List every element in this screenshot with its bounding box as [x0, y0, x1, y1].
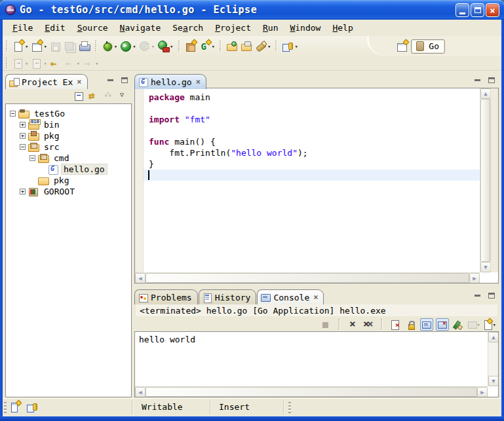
maximize-view-button[interactable] [486, 75, 496, 84]
tree-item-src[interactable]: −src [6, 141, 131, 153]
toolbar-print-button[interactable] [77, 40, 92, 53]
code-line-4[interactable] [144, 125, 480, 136]
link-editor-button[interactable] [87, 90, 100, 102]
menu-window[interactable]: Window [284, 22, 326, 34]
chevron-down-icon[interactable]: ▾ [43, 43, 47, 50]
expand-icon[interactable]: + [20, 122, 26, 128]
tree-item-hello-go[interactable]: hello.go [6, 164, 131, 175]
code-line-5[interactable]: func main() { [144, 136, 480, 147]
editor-horizontal-scrollbar[interactable]: ◀ ▶ [135, 272, 480, 283]
tree-item-bin[interactable]: +bin [6, 119, 131, 130]
menu-navigate[interactable]: Navigate [114, 22, 167, 34]
maximize-view-button[interactable] [119, 75, 129, 84]
console-output[interactable]: hello world [135, 332, 488, 386]
toolbar-ext-tools-button[interactable]: ▾ [156, 40, 174, 53]
chevron-down-icon[interactable]: ▾ [43, 60, 47, 67]
menu-file[interactable]: File [7, 22, 39, 34]
open-perspective-button[interactable] [395, 40, 408, 52]
maximize-button[interactable] [471, 3, 484, 17]
chevron-down-icon[interactable]: ▾ [212, 43, 215, 50]
view-menu-button[interactable] [117, 90, 130, 102]
toolbar-last-edit-button[interactable] [48, 57, 63, 70]
toolbar-link-shortcut-button[interactable]: ▾ [281, 40, 299, 53]
menu-project[interactable]: Project [209, 22, 257, 34]
minimize-view-button[interactable] [106, 75, 115, 84]
chevron-down-icon[interactable]: ▾ [151, 43, 155, 50]
expand-icon[interactable]: + [20, 189, 26, 194]
fast-view-icon[interactable] [9, 401, 21, 413]
toolbar-new-element-button[interactable]: ▾ [29, 40, 48, 53]
scroll-right-icon[interactable]: ▶ [469, 273, 480, 284]
minimize-view-button[interactable] [473, 291, 482, 300]
toolbar-debug-button[interactable]: ▾ [100, 40, 119, 53]
scroll-right-icon[interactable]: ▶ [477, 387, 488, 397]
scrollbar-thumb[interactable] [145, 387, 477, 397]
scrollbar-thumb[interactable] [480, 99, 490, 262]
collapse-icon[interactable]: − [10, 111, 16, 117]
close-button[interactable]: × [486, 3, 499, 17]
maximize-view-button[interactable] [486, 291, 496, 300]
title-bar[interactable]: Go - testGo/src/cmd/hello.go - Eclipse × [0, 0, 504, 20]
code-line-1[interactable]: package main [144, 92, 480, 103]
go-perspective-button[interactable]: Go [411, 39, 445, 54]
expand-icon[interactable]: + [20, 133, 26, 139]
toolbar-new-go-button[interactable]: ▾ [198, 40, 216, 53]
console-horizontal-scrollbar[interactable]: ◀ ▶ [135, 386, 488, 397]
collapse-icon[interactable]: − [29, 155, 35, 161]
tree-item-pkg[interactable]: +pkg [6, 130, 131, 141]
chevron-down-icon[interactable]: ▾ [132, 43, 136, 50]
tab-history[interactable]: History [199, 289, 257, 304]
show-stderr-button[interactable] [436, 318, 449, 331]
tree-item-cmd[interactable]: −cmd [6, 153, 131, 164]
chevron-down-icon[interactable]: ▾ [95, 60, 98, 67]
tree-item-testgo[interactable]: −testGo [6, 108, 131, 119]
editor-overview-ruler[interactable] [490, 88, 498, 272]
close-icon[interactable]: × [313, 293, 318, 302]
menu-help[interactable]: Help [326, 22, 359, 34]
shortcut-icon[interactable] [26, 401, 38, 413]
scroll-up-icon[interactable]: ▲ [480, 88, 491, 99]
chevron-down-icon[interactable]: ▾ [170, 43, 173, 50]
chevron-down-icon[interactable]: ▾ [294, 43, 298, 50]
chevron-down-icon[interactable]: ▾ [493, 321, 496, 328]
chevron-down-icon[interactable]: ▾ [25, 43, 28, 50]
code-area[interactable]: package main import "fmt" func main() { … [144, 88, 480, 272]
console-vertical-scrollbar[interactable]: ▲ ▼ [488, 332, 498, 386]
show-stdout-button[interactable] [420, 318, 433, 331]
chevron-down-icon[interactable]: ▾ [267, 43, 271, 50]
tree-item-pkg[interactable]: pkg [6, 175, 131, 186]
chevron-down-icon[interactable]: ▾ [25, 60, 28, 67]
close-icon[interactable]: × [77, 77, 81, 86]
toolbar-open-type-button[interactable] [225, 40, 239, 53]
code-line-8[interactable] [144, 170, 480, 181]
scroll-lock-button[interactable] [404, 318, 417, 331]
menu-source[interactable]: Source [71, 22, 114, 34]
minimize-view-button[interactable] [473, 75, 482, 84]
code-line-2[interactable] [144, 103, 480, 114]
pin-console-button[interactable] [452, 318, 465, 331]
toolbar-open-resource-button[interactable] [239, 40, 254, 53]
clear-console-button[interactable] [389, 318, 402, 331]
scrollbar-thumb[interactable] [145, 273, 469, 283]
toolbar-new-wizard-button[interactable]: ▾ [11, 40, 29, 53]
scroll-left-icon[interactable]: ◀ [135, 387, 145, 397]
editor-marker-ruler[interactable] [135, 88, 144, 272]
scroll-up-icon[interactable]: ▲ [488, 332, 499, 342]
scroll-left-icon[interactable]: ◀ [135, 273, 145, 284]
chevron-down-icon[interactable]: ▾ [77, 60, 80, 67]
menu-edit[interactable]: Edit [39, 22, 71, 34]
toolbar-new-project-button[interactable] [184, 40, 198, 53]
editor-vertical-scrollbar[interactable]: ▲ ▼ [480, 88, 490, 272]
tab-project-explorer[interactable]: Project Ex × [5, 74, 88, 89]
remove-all-button[interactable] [362, 318, 375, 331]
tab-console[interactable]: Console× [257, 289, 324, 304]
collapse-icon[interactable]: − [20, 144, 26, 150]
toolbar-search-button[interactable]: ▾ [254, 40, 272, 53]
code-line-7[interactable]: } [144, 158, 480, 170]
remove-launch-button[interactable] [346, 318, 359, 331]
tab-hello-go[interactable]: hello.go × [134, 74, 206, 89]
code-line-3[interactable]: import "fmt" [144, 114, 480, 125]
chevron-down-icon[interactable]: ▾ [114, 43, 117, 50]
scroll-down-icon[interactable]: ▼ [488, 376, 499, 386]
menu-run[interactable]: Run [257, 22, 284, 34]
